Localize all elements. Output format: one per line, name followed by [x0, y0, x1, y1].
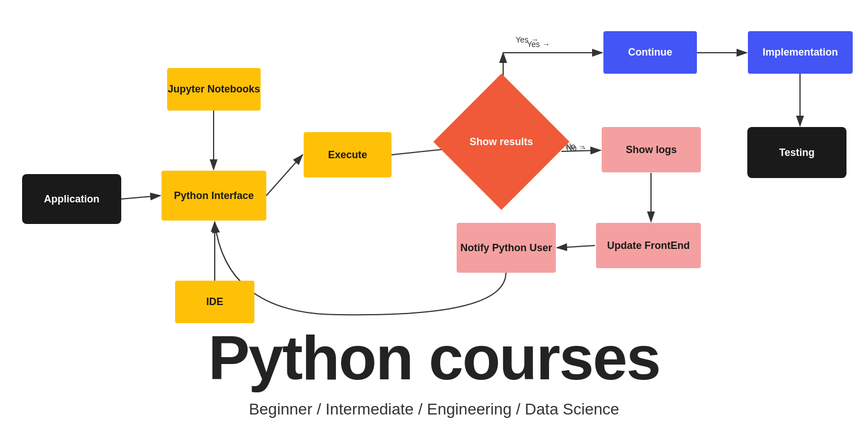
bottom-title: Python courses — [0, 327, 868, 389]
yes-text: Yes → — [516, 35, 539, 44]
diagram-container: Yes → No → Yes → No → Application Python… — [0, 0, 868, 440]
arrow-app-to-python — [121, 196, 160, 199]
node-continue: Continue — [603, 31, 697, 74]
node-ide: IDE — [175, 281, 254, 323]
node-testing: Testing — [747, 127, 846, 178]
node-update-frontend: Update FrontEnd — [596, 223, 701, 268]
node-execute: Execute — [304, 132, 392, 177]
node-application: Application — [22, 174, 121, 224]
node-python-interface: Python Interface — [161, 171, 266, 221]
node-show-results: Show results — [433, 74, 569, 210]
arrow-update-to-notify — [557, 246, 595, 248]
node-show-logs: Show logs — [602, 127, 701, 172]
arrow-python-to-execute — [266, 155, 303, 196]
bottom-subtitle: Beginner / Intermediate / Engineering / … — [0, 400, 868, 418]
node-implementation: Implementation — [748, 31, 853, 74]
node-jupyter: Jupyter Notebooks — [167, 68, 261, 111]
no-text: No → — [565, 142, 586, 151]
node-notify-python: Notify Python User — [457, 223, 556, 273]
